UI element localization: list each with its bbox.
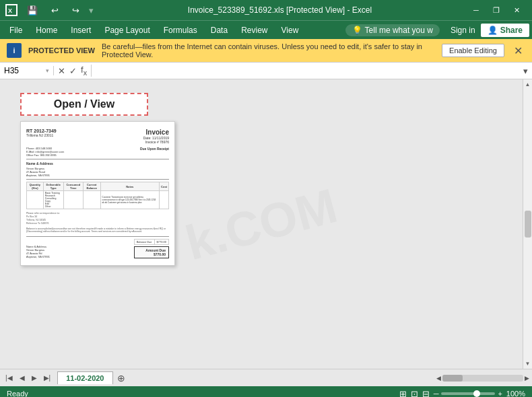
hscroll-right-arrow[interactable]: ▶ xyxy=(525,375,529,382)
scroll-down-arrow[interactable]: ▼ xyxy=(523,359,532,369)
zoom-in-button[interactable]: + xyxy=(498,390,502,397)
menu-home[interactable]: Home xyxy=(29,23,64,38)
restore-button[interactable]: ❐ xyxy=(486,0,506,20)
enable-editing-button[interactable]: Enable Editing xyxy=(442,44,504,57)
tab-first-button[interactable]: |◀ xyxy=(3,373,15,383)
zoom-slider[interactable]: ─ + xyxy=(434,390,502,397)
menu-page-layout[interactable]: Page Layout xyxy=(98,23,156,38)
save-button[interactable]: 💾 xyxy=(23,4,42,17)
menu-view[interactable]: View xyxy=(275,23,306,38)
minimize-button[interactable]: ─ xyxy=(466,0,486,20)
open-view-label[interactable]: Open / View xyxy=(20,93,148,116)
tell-me-input[interactable]: 💡 Tell me what you w xyxy=(345,24,440,36)
excel-icon: X xyxy=(5,4,18,16)
zoom-level: 100% xyxy=(506,390,525,397)
page-layout-button[interactable]: ⊡ xyxy=(411,389,418,398)
protected-view-shield: i xyxy=(7,43,22,58)
invoice-body: Please refer correspondence to:Po Box 34… xyxy=(26,212,169,233)
tab-bar: |◀ ◀ ▶ ▶| 11-02-2020 ⊕ ◀ ▶ xyxy=(0,369,532,386)
tab-prev-button[interactable]: ◀ xyxy=(17,373,28,383)
hscroll-thumb[interactable] xyxy=(442,375,463,382)
vertical-scrollbar[interactable]: ▲ ▼ xyxy=(523,79,532,369)
confirm-formula-icon[interactable]: ✓ xyxy=(69,66,77,76)
fx-icon[interactable]: fx xyxy=(81,65,87,77)
menu-formulas[interactable]: Formulas xyxy=(157,23,204,38)
window-title: Invoice_523389_51692.xls [Protected View… xyxy=(94,5,466,15)
protected-view-close[interactable]: ✕ xyxy=(511,44,525,57)
title-bar: X 💾 ↩ ↪ ▾ Invoice_523389_51692.xls [Prot… xyxy=(0,0,532,20)
tab-last-button[interactable]: ▶| xyxy=(41,373,54,383)
watermark: k.COM xyxy=(180,178,342,270)
menu-review[interactable]: Review xyxy=(234,23,274,38)
menu-bar: File Home Insert Page Layout Formulas Da… xyxy=(0,20,532,39)
invoice-container: Open / View RT 2012-7349 Trilloma NJ 230… xyxy=(20,93,182,266)
horizontal-scrollbar[interactable]: ◀ ▶ xyxy=(436,375,529,382)
redo-button[interactable]: ↪ xyxy=(68,4,84,17)
cancel-formula-icon[interactable]: ✕ xyxy=(58,66,65,76)
page-break-button[interactable]: ⊟ xyxy=(422,389,430,398)
undo-button[interactable]: ↩ xyxy=(47,4,63,17)
lightbulb-icon: 💡 xyxy=(352,26,362,35)
status-ready: Ready xyxy=(7,390,394,397)
share-icon: 👤 xyxy=(488,26,498,35)
protected-view-bar: i PROTECTED VIEW Be careful—files from t… xyxy=(0,39,532,62)
title-bar-left: X 💾 ↩ ↪ ▾ xyxy=(5,4,94,17)
share-button[interactable]: 👤 Share xyxy=(481,24,529,37)
sign-in-button[interactable]: Sign in xyxy=(445,24,481,37)
add-sheet-button[interactable]: ⊕ xyxy=(113,371,129,385)
tab-navigation: |◀ ◀ ▶ ▶| xyxy=(3,373,53,383)
menu-data[interactable]: Data xyxy=(204,23,234,38)
zoom-thumb[interactable] xyxy=(473,390,480,397)
formula-bar: H35 ▾ ✕ ✓ fx ▾ xyxy=(0,62,532,79)
status-bar: Ready ⊞ ⊡ ⊟ ─ + 100% xyxy=(0,386,532,397)
svg-text:X: X xyxy=(8,7,12,14)
formula-icons: ✕ ✓ fx xyxy=(54,65,92,77)
spreadsheet-area: k.COM Open / View RT 2012-7349 Trilloma … xyxy=(0,79,532,369)
hscroll-left-arrow[interactable]: ◀ xyxy=(436,375,441,382)
menu-insert[interactable]: Insert xyxy=(64,23,98,38)
protected-view-label: PROTECTED VIEW xyxy=(28,46,95,55)
zoom-out-button[interactable]: ─ xyxy=(434,390,439,397)
menu-file[interactable]: File xyxy=(3,23,29,38)
cell-reference[interactable]: H35 ▾ xyxy=(0,66,54,75)
close-button[interactable]: ✕ xyxy=(506,0,527,20)
window-controls: ─ ❐ ✕ xyxy=(466,0,527,20)
scroll-thumb[interactable] xyxy=(525,211,531,238)
normal-view-button[interactable]: ⊞ xyxy=(399,389,407,398)
sheet-tab[interactable]: 11-02-2020 xyxy=(57,371,112,384)
protected-view-message: Be careful—files from the Internet can c… xyxy=(102,42,435,59)
scroll-up-arrow[interactable]: ▲ xyxy=(523,79,532,89)
sheet-content: k.COM Open / View RT 2012-7349 Trilloma … xyxy=(0,79,523,369)
status-right: ⊞ ⊡ ⊟ ─ + 100% xyxy=(399,389,525,398)
hscroll-track[interactable] xyxy=(442,375,523,382)
formula-expand-icon[interactable]: ▾ xyxy=(523,66,532,76)
invoice-document: RT 2012-7349 Trilloma NJ 23011 Invoice D… xyxy=(20,121,175,266)
zoom-track[interactable] xyxy=(441,392,495,395)
tab-next-button[interactable]: ▶ xyxy=(29,373,40,383)
